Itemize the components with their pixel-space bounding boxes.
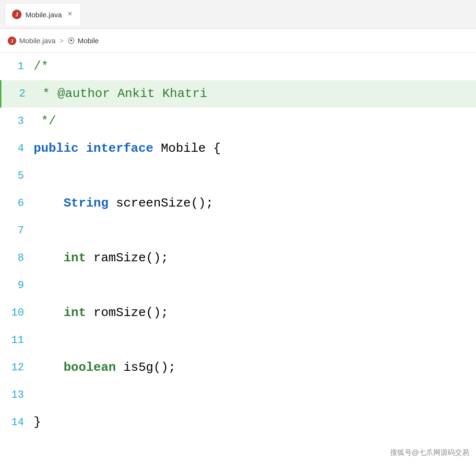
line-content: /* <box>34 53 476 80</box>
line-number: 2 <box>1 88 35 100</box>
line-content: int ramSize(); <box>34 244 476 272</box>
line-number: 11 <box>0 334 34 346</box>
tab-mobile-java[interactable]: J Mobile.java × <box>5 3 81 26</box>
tab-close-button[interactable]: × <box>66 9 74 20</box>
code-line: 8 int ramSize(); <box>0 244 476 272</box>
code-line: 7 <box>0 217 476 244</box>
code-line: 5 <box>0 162 476 190</box>
line-number: 8 <box>0 252 34 264</box>
line-content: String screenSize(); <box>34 190 476 217</box>
line-content: * @author Ankit Khatri <box>35 80 476 108</box>
line-content: */ <box>34 108 476 135</box>
breadcrumb: J Mobile.java > ⦿ Mobile <box>0 29 476 53</box>
code-line: 9 <box>0 272 476 299</box>
code-line: 1/* <box>0 53 476 80</box>
line-number: 10 <box>0 307 34 319</box>
breadcrumb-class-name: Mobile <box>78 37 99 45</box>
code-line: 11 <box>0 327 476 354</box>
line-number: 5 <box>0 170 34 182</box>
line-number: 13 <box>0 389 34 401</box>
code-editor[interactable]: 1/*2 * @author Ankit Khatri3 */4public i… <box>0 53 476 464</box>
code-line: 4public interface Mobile { <box>0 135 476 162</box>
tab-label: Mobile.java <box>25 11 62 19</box>
code-line: 10 int romSize(); <box>0 299 476 327</box>
line-number: 7 <box>0 225 34 237</box>
code-line: 6 String screenSize(); <box>0 190 476 217</box>
line-content: boolean is5g(); <box>34 354 476 381</box>
code-line: 3 */ <box>0 108 476 135</box>
line-number: 12 <box>0 362 34 374</box>
line-number: 4 <box>0 143 34 155</box>
breadcrumb-filename: Mobile.java <box>19 37 56 45</box>
breadcrumb-class-symbol: ⦿ <box>68 37 75 45</box>
code-line: 13 <box>0 381 476 409</box>
code-line: 2 * @author Ankit Khatri <box>0 80 476 108</box>
tab-bar: J Mobile.java × <box>0 0 476 29</box>
line-number: 6 <box>0 197 34 209</box>
line-number: 14 <box>0 416 34 428</box>
line-content: int romSize(); <box>34 299 476 327</box>
code-line: 12 boolean is5g(); <box>0 354 476 381</box>
line-number: 3 <box>0 115 34 127</box>
java-file-icon: J <box>12 10 22 19</box>
breadcrumb-separator: > <box>60 37 64 45</box>
watermark: 搜狐号@七爪网源码交易 <box>390 448 469 457</box>
code-lines: 1/*2 * @author Ankit Khatri3 */4public i… <box>0 53 476 436</box>
line-content: } <box>34 409 476 436</box>
line-content: public interface Mobile { <box>34 135 476 162</box>
breadcrumb-file-icon: J <box>8 37 16 45</box>
line-number: 1 <box>0 61 34 73</box>
line-number: 9 <box>0 280 34 292</box>
code-line: 14} <box>0 409 476 436</box>
